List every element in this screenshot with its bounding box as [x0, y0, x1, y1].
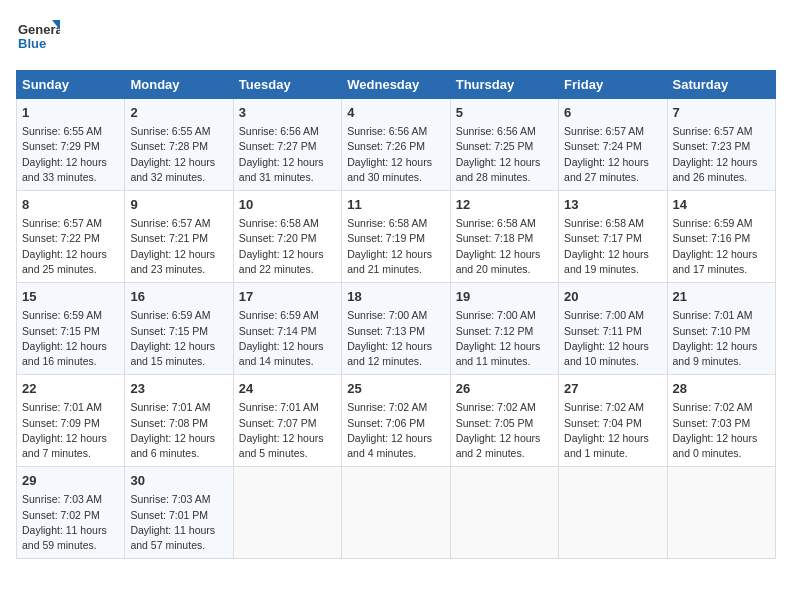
day-number: 21 [673, 288, 770, 306]
week-row-4: 22Sunrise: 7:01 AM Sunset: 7:09 PM Dayli… [17, 375, 776, 467]
logo: General Blue [16, 16, 60, 60]
day-cell [667, 467, 775, 559]
day-number: 4 [347, 104, 444, 122]
day-info: Sunrise: 6:56 AM Sunset: 7:26 PM Dayligh… [347, 124, 444, 185]
day-info: Sunrise: 6:55 AM Sunset: 7:29 PM Dayligh… [22, 124, 119, 185]
day-cell: 1Sunrise: 6:55 AM Sunset: 7:29 PM Daylig… [17, 99, 125, 191]
day-cell: 3Sunrise: 6:56 AM Sunset: 7:27 PM Daylig… [233, 99, 341, 191]
day-cell: 5Sunrise: 6:56 AM Sunset: 7:25 PM Daylig… [450, 99, 558, 191]
day-number: 17 [239, 288, 336, 306]
day-number: 1 [22, 104, 119, 122]
day-cell: 28Sunrise: 7:02 AM Sunset: 7:03 PM Dayli… [667, 375, 775, 467]
day-number: 29 [22, 472, 119, 490]
day-number: 13 [564, 196, 661, 214]
header-sunday: Sunday [17, 71, 125, 99]
logo-svg: General Blue [16, 16, 60, 60]
svg-text:Blue: Blue [18, 36, 46, 51]
header-friday: Friday [559, 71, 667, 99]
day-cell: 29Sunrise: 7:03 AM Sunset: 7:02 PM Dayli… [17, 467, 125, 559]
day-info: Sunrise: 6:56 AM Sunset: 7:25 PM Dayligh… [456, 124, 553, 185]
day-number: 15 [22, 288, 119, 306]
header-wednesday: Wednesday [342, 71, 450, 99]
day-number: 7 [673, 104, 770, 122]
day-cell: 20Sunrise: 7:00 AM Sunset: 7:11 PM Dayli… [559, 283, 667, 375]
day-cell: 13Sunrise: 6:58 AM Sunset: 7:17 PM Dayli… [559, 191, 667, 283]
day-info: Sunrise: 7:02 AM Sunset: 7:05 PM Dayligh… [456, 400, 553, 461]
day-cell [233, 467, 341, 559]
day-number: 23 [130, 380, 227, 398]
day-number: 6 [564, 104, 661, 122]
day-info: Sunrise: 7:02 AM Sunset: 7:03 PM Dayligh… [673, 400, 770, 461]
day-info: Sunrise: 6:58 AM Sunset: 7:18 PM Dayligh… [456, 216, 553, 277]
day-info: Sunrise: 6:59 AM Sunset: 7:14 PM Dayligh… [239, 308, 336, 369]
day-number: 26 [456, 380, 553, 398]
day-number: 20 [564, 288, 661, 306]
header-saturday: Saturday [667, 71, 775, 99]
day-cell [342, 467, 450, 559]
week-row-2: 8Sunrise: 6:57 AM Sunset: 7:22 PM Daylig… [17, 191, 776, 283]
week-row-3: 15Sunrise: 6:59 AM Sunset: 7:15 PM Dayli… [17, 283, 776, 375]
day-cell: 30Sunrise: 7:03 AM Sunset: 7:01 PM Dayli… [125, 467, 233, 559]
day-cell: 8Sunrise: 6:57 AM Sunset: 7:22 PM Daylig… [17, 191, 125, 283]
day-info: Sunrise: 7:01 AM Sunset: 7:09 PM Dayligh… [22, 400, 119, 461]
day-cell: 26Sunrise: 7:02 AM Sunset: 7:05 PM Dayli… [450, 375, 558, 467]
week-row-1: 1Sunrise: 6:55 AM Sunset: 7:29 PM Daylig… [17, 99, 776, 191]
day-number: 8 [22, 196, 119, 214]
header-tuesday: Tuesday [233, 71, 341, 99]
day-number: 27 [564, 380, 661, 398]
day-cell: 4Sunrise: 6:56 AM Sunset: 7:26 PM Daylig… [342, 99, 450, 191]
day-number: 18 [347, 288, 444, 306]
header-monday: Monday [125, 71, 233, 99]
day-number: 11 [347, 196, 444, 214]
day-cell: 6Sunrise: 6:57 AM Sunset: 7:24 PM Daylig… [559, 99, 667, 191]
day-info: Sunrise: 6:57 AM Sunset: 7:24 PM Dayligh… [564, 124, 661, 185]
day-cell: 27Sunrise: 7:02 AM Sunset: 7:04 PM Dayli… [559, 375, 667, 467]
day-cell: 18Sunrise: 7:00 AM Sunset: 7:13 PM Dayli… [342, 283, 450, 375]
day-number: 12 [456, 196, 553, 214]
day-cell: 22Sunrise: 7:01 AM Sunset: 7:09 PM Dayli… [17, 375, 125, 467]
day-cell: 11Sunrise: 6:58 AM Sunset: 7:19 PM Dayli… [342, 191, 450, 283]
day-info: Sunrise: 6:57 AM Sunset: 7:21 PM Dayligh… [130, 216, 227, 277]
day-number: 24 [239, 380, 336, 398]
svg-text:General: General [18, 22, 60, 37]
day-cell: 19Sunrise: 7:00 AM Sunset: 7:12 PM Dayli… [450, 283, 558, 375]
day-info: Sunrise: 7:01 AM Sunset: 7:08 PM Dayligh… [130, 400, 227, 461]
day-info: Sunrise: 6:57 AM Sunset: 7:23 PM Dayligh… [673, 124, 770, 185]
day-number: 28 [673, 380, 770, 398]
day-number: 5 [456, 104, 553, 122]
day-info: Sunrise: 6:59 AM Sunset: 7:15 PM Dayligh… [22, 308, 119, 369]
day-cell: 16Sunrise: 6:59 AM Sunset: 7:15 PM Dayli… [125, 283, 233, 375]
day-number: 30 [130, 472, 227, 490]
day-info: Sunrise: 7:02 AM Sunset: 7:06 PM Dayligh… [347, 400, 444, 461]
day-cell: 12Sunrise: 6:58 AM Sunset: 7:18 PM Dayli… [450, 191, 558, 283]
calendar-table: SundayMondayTuesdayWednesdayThursdayFrid… [16, 70, 776, 559]
day-info: Sunrise: 6:55 AM Sunset: 7:28 PM Dayligh… [130, 124, 227, 185]
day-number: 25 [347, 380, 444, 398]
day-cell: 23Sunrise: 7:01 AM Sunset: 7:08 PM Dayli… [125, 375, 233, 467]
header-thursday: Thursday [450, 71, 558, 99]
day-info: Sunrise: 6:58 AM Sunset: 7:20 PM Dayligh… [239, 216, 336, 277]
day-info: Sunrise: 7:00 AM Sunset: 7:13 PM Dayligh… [347, 308, 444, 369]
day-cell: 21Sunrise: 7:01 AM Sunset: 7:10 PM Dayli… [667, 283, 775, 375]
day-info: Sunrise: 7:03 AM Sunset: 7:02 PM Dayligh… [22, 492, 119, 553]
day-cell [450, 467, 558, 559]
day-info: Sunrise: 6:59 AM Sunset: 7:16 PM Dayligh… [673, 216, 770, 277]
day-number: 14 [673, 196, 770, 214]
day-cell: 2Sunrise: 6:55 AM Sunset: 7:28 PM Daylig… [125, 99, 233, 191]
day-info: Sunrise: 7:00 AM Sunset: 7:12 PM Dayligh… [456, 308, 553, 369]
day-info: Sunrise: 6:58 AM Sunset: 7:17 PM Dayligh… [564, 216, 661, 277]
day-cell: 17Sunrise: 6:59 AM Sunset: 7:14 PM Dayli… [233, 283, 341, 375]
day-cell: 25Sunrise: 7:02 AM Sunset: 7:06 PM Dayli… [342, 375, 450, 467]
day-info: Sunrise: 6:57 AM Sunset: 7:22 PM Dayligh… [22, 216, 119, 277]
day-cell: 10Sunrise: 6:58 AM Sunset: 7:20 PM Dayli… [233, 191, 341, 283]
day-info: Sunrise: 7:02 AM Sunset: 7:04 PM Dayligh… [564, 400, 661, 461]
day-cell: 15Sunrise: 6:59 AM Sunset: 7:15 PM Dayli… [17, 283, 125, 375]
day-cell: 14Sunrise: 6:59 AM Sunset: 7:16 PM Dayli… [667, 191, 775, 283]
day-cell: 24Sunrise: 7:01 AM Sunset: 7:07 PM Dayli… [233, 375, 341, 467]
day-info: Sunrise: 7:01 AM Sunset: 7:10 PM Dayligh… [673, 308, 770, 369]
day-info: Sunrise: 7:01 AM Sunset: 7:07 PM Dayligh… [239, 400, 336, 461]
day-info: Sunrise: 6:58 AM Sunset: 7:19 PM Dayligh… [347, 216, 444, 277]
day-number: 9 [130, 196, 227, 214]
day-info: Sunrise: 7:03 AM Sunset: 7:01 PM Dayligh… [130, 492, 227, 553]
day-number: 2 [130, 104, 227, 122]
